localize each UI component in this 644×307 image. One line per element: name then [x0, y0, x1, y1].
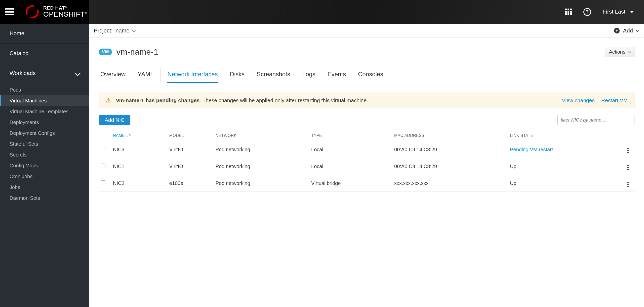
project-label: Project: [94, 27, 113, 34]
cell-mac: 00:A0:C9:14:C8:29 [392, 158, 508, 175]
cell-network: Pod networking [214, 158, 309, 175]
pending-changes-alert: ⚠ vm-name-1 has pending changes. These c… [99, 93, 634, 108]
masthead: RED HAT® OPENSHIFT® ? First Last [0, 0, 644, 24]
filter-nics-input[interactable] [557, 115, 634, 125]
row-checkbox[interactable] [101, 180, 105, 185]
page-header: VM vm-name-1 Actions [99, 47, 634, 57]
project-bar: Project: name + Add [89, 24, 644, 38]
brand-line1: RED HAT® [43, 6, 87, 11]
sidebar-item-stateful-sets[interactable]: Stateful Sets [0, 139, 89, 149]
caret-down-icon [630, 11, 634, 13]
restart-vm-link[interactable]: Restart VM [601, 97, 628, 103]
tab-overview[interactable]: Overview [100, 68, 126, 83]
cell-type: Virtual bridge [309, 175, 392, 192]
sidebar-item-virtual-machine-templates[interactable]: Virtual Machine Templates [0, 106, 89, 117]
add-nic-button[interactable]: Add NIC [99, 115, 130, 125]
sidebar-item-virtual-machines[interactable]: Virtual Machines [0, 95, 89, 106]
sidebar-item-deployments[interactable]: Deployments [0, 117, 89, 128]
kebab-menu-icon[interactable] [626, 164, 630, 171]
cell-name: NIC3 [111, 141, 167, 158]
tab-logs[interactable]: Logs [302, 68, 316, 83]
table-row: NIC3ViritIOPod networkingLocal00:A0:C9:1… [99, 141, 634, 158]
alert-text: vm-name-1 has pending changes. These cha… [116, 97, 368, 103]
user-name: First Last [603, 9, 625, 15]
plus-circle-icon: + [614, 28, 620, 33]
nic-table: NAME ↓ᴬᶻMODELNETWORKTYPEMAC ADDRESSLINK … [99, 131, 634, 192]
tab-events[interactable]: Events [327, 68, 346, 83]
sidebar-item-secrets[interactable]: Secrets [0, 149, 89, 160]
add-button[interactable]: + Add [614, 27, 639, 34]
sidebar-item-jobs[interactable]: Jobs [0, 182, 89, 193]
view-changes-link[interactable]: View changes [562, 97, 595, 103]
brand-line2: OPENSHIFT® [43, 11, 87, 18]
cell-link-state: Up [508, 175, 624, 192]
hamburger-menu-icon[interactable] [5, 8, 14, 15]
column-link-state[interactable]: LINK STATE [508, 131, 624, 141]
user-menu[interactable]: First Last [603, 9, 634, 15]
cell-model: e100e [167, 175, 214, 192]
cell-mac: xxx.xxx.xxx.xxx [392, 175, 508, 192]
tab-disks[interactable]: Disks [229, 68, 245, 83]
sidebar-workloads[interactable]: Workloads [0, 63, 89, 83]
sidebar-item-config-maps[interactable]: Config Maps [0, 160, 89, 171]
cell-name: NIC1 [111, 158, 167, 175]
chevron-down-icon [628, 50, 631, 53]
warning-icon: ⚠ [106, 97, 111, 104]
sidebar-home[interactable]: Home [0, 24, 89, 43]
kebab-menu-icon[interactable] [626, 181, 630, 188]
cell-mac: 00:A0:C9:14:C8:29 [392, 141, 508, 158]
sidebar-item-pods[interactable]: Pods [0, 85, 89, 95]
cell-type: Local [309, 141, 392, 158]
tab-screanshots[interactable]: Screanshots [256, 68, 291, 83]
tab-yaml[interactable]: YAML [137, 68, 160, 83]
resource-badge: VM [99, 49, 112, 55]
tab-consoles[interactable]: Consoles [357, 68, 384, 83]
kebab-menu-icon[interactable] [626, 147, 630, 154]
actions-dropdown[interactable]: Actions [605, 47, 634, 57]
sidebar-catalog[interactable]: Catalog [0, 44, 89, 63]
sidebar-item-deployment-configs[interactable]: Deployment Configs [0, 128, 89, 139]
row-checkbox[interactable] [101, 164, 105, 168]
help-icon[interactable]: ? [583, 8, 591, 16]
apps-grid-icon[interactable] [565, 9, 572, 15]
brand-logo[interactable]: RED HAT® OPENSHIFT® [26, 5, 87, 18]
column-network[interactable]: NETWORK [214, 131, 309, 141]
sidebar: Home Catalog Workloads PodsVirtual Machi… [0, 24, 89, 307]
chevron-down-icon [132, 28, 136, 32]
cell-model: ViritIO [167, 158, 214, 175]
cell-network: Pod networking [214, 141, 309, 158]
column-mac-address[interactable]: MAC ADDRESS [392, 131, 508, 141]
tab-network-interfaces[interactable]: Network Interfaces [167, 68, 218, 83]
cell-name: NIC2 [111, 175, 167, 192]
sidebar-item-cron-jobs[interactable]: Cron Jobs [0, 171, 89, 182]
row-checkbox[interactable] [101, 147, 105, 151]
column-type[interactable]: TYPE [309, 131, 392, 141]
cell-model: ViritIO [167, 141, 214, 158]
cell-network: Pod networking [214, 175, 309, 192]
main-content: Project: name + Add VM vm-name-1 Actions… [89, 24, 644, 307]
table-row: NIC2e100ePod networkingVirtual bridgexxx… [99, 175, 634, 192]
chevron-down-icon [636, 28, 639, 32]
project-selector[interactable]: name [116, 27, 135, 34]
column-model[interactable]: MODEL [167, 131, 214, 141]
cell-link-state[interactable]: Pending VM restart [508, 141, 624, 158]
sidebar-item-daemon-sets[interactable]: Daemon Sets [0, 193, 89, 204]
page-title: vm-name-1 [116, 47, 158, 57]
cell-link-state: Up [508, 158, 624, 175]
cell-type: Local [309, 158, 392, 175]
masthead-pattern [89, 0, 644, 24]
tab-bar: OverviewYAMLNetwork InterfacesDisksScrea… [99, 68, 634, 83]
chevron-down-icon [75, 70, 81, 76]
redhat-logo-icon [26, 5, 39, 18]
table-row: NIC1ViritIOPod networkingLocal00:A0:C9:1… [99, 158, 634, 175]
column-name[interactable]: NAME ↓ᴬᶻ [111, 131, 167, 141]
